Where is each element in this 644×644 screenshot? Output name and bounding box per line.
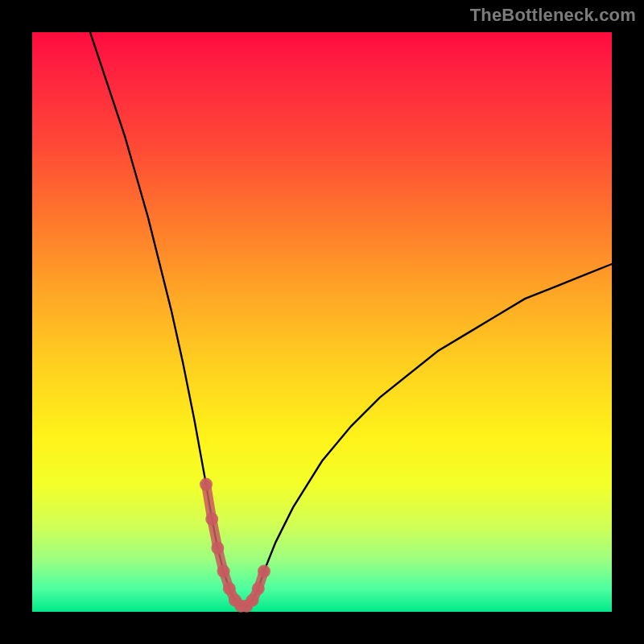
marker-dot <box>252 582 265 595</box>
watermark-text: TheBottleneck.com <box>470 5 636 26</box>
marker-group <box>200 478 270 613</box>
chart-frame: TheBottleneck.com <box>0 0 644 644</box>
bottleneck-curve <box>90 32 612 606</box>
curve-svg <box>32 32 612 612</box>
marker-dot <box>258 565 270 578</box>
marker-dot <box>211 542 224 555</box>
marker-dot <box>217 565 230 578</box>
marker-dot <box>200 478 213 491</box>
marker-dot <box>246 594 259 607</box>
marker-dot <box>205 513 218 526</box>
marker-dot <box>223 582 236 595</box>
plot-area <box>32 32 612 612</box>
